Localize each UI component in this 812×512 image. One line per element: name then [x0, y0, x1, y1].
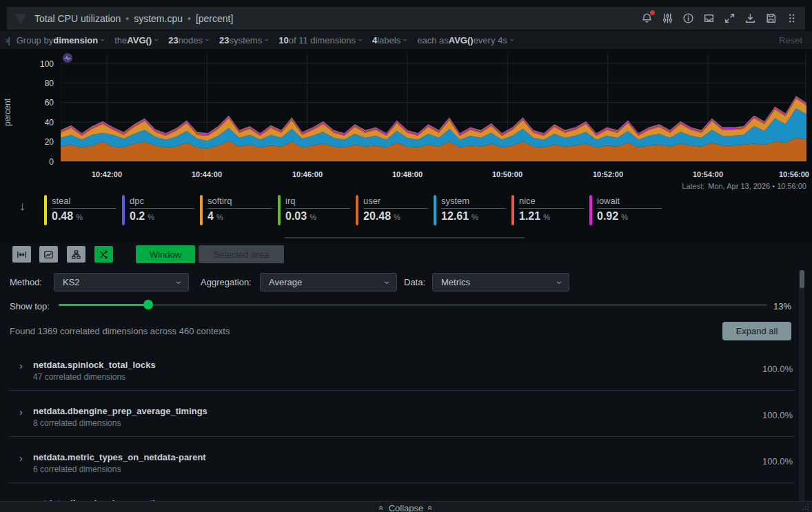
- result-row[interactable]: ›netdata.dbengine_prep_average_timings8 …: [0, 391, 812, 437]
- legend-color-bar: [589, 195, 592, 225]
- results-list: ›netdata.spinlock_total_locks47 correlat…: [0, 345, 812, 512]
- download-icon[interactable]: [743, 12, 757, 25]
- chevron-down-icon: ›: [555, 280, 566, 284]
- drag-handle-icon: [786, 12, 798, 24]
- legend-unit: %: [394, 213, 400, 221]
- chart-title-text: Total CPU utilization: [34, 13, 121, 24]
- fullscreen-icon[interactable]: [722, 12, 736, 25]
- inbox-icon[interactable]: [702, 12, 715, 25]
- legend-unit: %: [148, 213, 154, 221]
- fit-horizontal-button[interactable]: [12, 246, 31, 263]
- legend-item-nice[interactable]: nice1.21%: [511, 195, 589, 225]
- legend-item-softirq[interactable]: softirq4%: [200, 195, 278, 225]
- result-score: 100.0%: [762, 364, 793, 374]
- filter-chip-avg()[interactable]: the AVG()›: [114, 35, 158, 45]
- legend-divider: [207, 208, 272, 209]
- screenshot-icon: [43, 249, 54, 260]
- hierarchy-icon: [71, 249, 81, 260]
- aggregation-dropdown[interactable]: Average ›: [260, 273, 397, 291]
- chevron-right-icon[interactable]: ›: [19, 452, 23, 464]
- chevron-down-icon: ›: [204, 39, 211, 41]
- anomaly-badge-icon[interactable]: [62, 52, 73, 63]
- chevron-up-icon: «: [376, 506, 386, 511]
- selected-area-button[interactable]: Selected area: [199, 245, 284, 263]
- data-dropdown[interactable]: Metrics ›: [432, 273, 569, 291]
- legend-sort-arrow-icon[interactable]: ↓: [19, 199, 26, 214]
- hierarchy-button[interactable]: [67, 246, 85, 263]
- chevron-bar-icon[interactable]: ›|: [6, 35, 10, 45]
- legend-divider: [285, 208, 350, 209]
- info-icon[interactable]: [681, 12, 695, 25]
- legend-divider: [52, 208, 116, 209]
- data-label: Data:: [404, 277, 425, 287]
- legend-dimension-name: softirq: [207, 196, 272, 206]
- x-tick: 10:48:00: [380, 170, 435, 178]
- chevron-down-icon: ›: [383, 280, 394, 284]
- chart-units: [percent]: [196, 13, 233, 24]
- screenshot-button[interactable]: [39, 246, 58, 263]
- filter-chip-10[interactable]: 10 of 11 dimensions›: [278, 35, 362, 45]
- legend-item-system[interactable]: system12.61%: [434, 195, 511, 225]
- legend-item-steal[interactable]: steal0.48%: [44, 195, 122, 225]
- result-context-name: netdata.spinlock_total_locks: [33, 360, 156, 370]
- save-icon[interactable]: [764, 12, 778, 25]
- filter-chip-avg()[interactable]: each as AVG() every 4s›: [417, 35, 514, 45]
- chevron-down-icon: ›: [402, 39, 409, 41]
- filter-chip-4[interactable]: 4 labels›: [372, 35, 407, 45]
- vertical-scrollbar-thumb[interactable]: [800, 270, 804, 288]
- reset-button[interactable]: Reset: [779, 35, 802, 45]
- x-tick: 10:46:00: [280, 170, 335, 178]
- filter-chip-dimension[interactable]: Group by dimension›: [17, 35, 105, 45]
- legend-horizontal-scrollbar[interactable]: [285, 237, 525, 238]
- x-tick: 10:50:00: [480, 170, 535, 178]
- method-value: KS2: [63, 277, 80, 287]
- save-icon: [765, 12, 777, 24]
- filters-icon[interactable]: [660, 12, 674, 25]
- legend-unit: %: [471, 213, 478, 221]
- chart-plot[interactable]: [61, 54, 806, 165]
- collapse-label: Collapse: [389, 503, 424, 512]
- chart-filter-bar: ›| Group by dimension›the AVG()›23 nodes…: [0, 31, 812, 49]
- show-top-slider-track[interactable]: [59, 304, 767, 306]
- filter-chip-23[interactable]: 23 systems›: [219, 35, 268, 45]
- result-row[interactable]: ›netdata.metric_types_on_netdata-parent6…: [0, 437, 812, 483]
- x-tick: 10:52:00: [580, 170, 636, 178]
- chevron-right-icon[interactable]: ›: [19, 406, 23, 418]
- collapse-bar[interactable]: « Collapse «: [0, 501, 812, 512]
- legend-color-bar: [278, 195, 281, 225]
- resize-grip-icon[interactable]: [801, 502, 810, 511]
- x-tick: 10:42:00: [79, 170, 134, 178]
- show-top-percent: 13%: [773, 301, 791, 311]
- legend-unit: %: [216, 213, 223, 221]
- area-series-softirq: [61, 99, 806, 141]
- legend-dimension-name: user: [363, 196, 428, 206]
- chart-header: Total CPU utilization•system.cpu•[percen…: [7, 7, 805, 30]
- alerts-bell-icon[interactable]: [640, 12, 653, 25]
- legend-item-iowait[interactable]: iowait0.92%: [589, 195, 667, 225]
- y-tick: 60: [4, 98, 54, 107]
- legend-color-bar: [200, 195, 203, 225]
- expand-all-button[interactable]: Expand all: [722, 322, 791, 340]
- vertical-scrollbar-track: [799, 269, 804, 504]
- correlations-button[interactable]: [94, 246, 113, 263]
- legend-color-bar: [44, 195, 47, 225]
- chart-title: Total CPU utilization•system.cpu•[percen…: [34, 13, 233, 24]
- legend-dimension-name: irq: [285, 196, 350, 206]
- chevron-up-icon: «: [426, 506, 436, 511]
- aggregation-label: Aggregation:: [201, 277, 252, 287]
- legend-item-user[interactable]: user20.48%: [356, 195, 434, 225]
- method-label: Method:: [10, 277, 42, 287]
- method-dropdown[interactable]: KS2 ›: [54, 273, 189, 291]
- chevron-right-icon[interactable]: ›: [19, 360, 23, 371]
- y-tick: 100: [4, 59, 54, 69]
- legend-item-dpc[interactable]: dpc0.2%: [122, 195, 200, 225]
- drag-handle-icon[interactable]: [784, 12, 798, 25]
- result-row[interactable]: ›netdata.spinlock_total_locks47 correlat…: [0, 345, 812, 391]
- legend-item-irq[interactable]: irq0.03%: [278, 195, 356, 225]
- chart-area: percent 100806040200 10:42:0010:44:0010:…: [0, 49, 812, 243]
- window-button[interactable]: Window: [136, 245, 195, 263]
- filter-chip-23[interactable]: 23 nodes›: [168, 35, 209, 45]
- legend-divider: [441, 208, 506, 209]
- chevron-down-icon: ›: [509, 39, 516, 41]
- show-top-slider-thumb[interactable]: [143, 300, 153, 309]
